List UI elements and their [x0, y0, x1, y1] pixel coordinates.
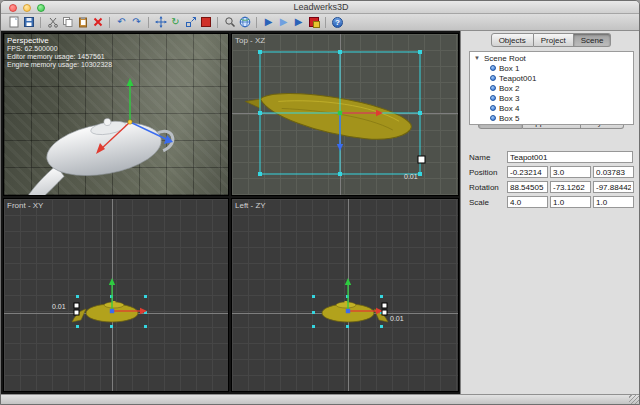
position-x-field[interactable]: [507, 166, 548, 178]
tree-item-box-5[interactable]: Box 5: [470, 113, 633, 123]
rotation-x-field[interactable]: [507, 181, 548, 193]
scale-y-field[interactable]: [550, 196, 591, 208]
top-canvas: 0.01: [232, 34, 459, 196]
debug-run-icon: ▶: [280, 17, 288, 27]
collision-button[interactable]: [198, 15, 213, 30]
translate-button[interactable]: [153, 15, 168, 30]
tree-item-box-1[interactable]: Box 1: [470, 63, 633, 73]
rotation-y-field[interactable]: [550, 181, 591, 193]
scene-tree: ▼ Scene Root Box 1 Teapot001 Box 2 Box 3: [469, 51, 634, 125]
scale-z-field[interactable]: [593, 196, 634, 208]
delete-button[interactable]: [90, 15, 105, 30]
tree-item-label: Box 3: [499, 94, 519, 103]
entity-icon: [490, 95, 496, 101]
resize-grip[interactable]: [629, 394, 640, 405]
toolbar-separator: [109, 17, 110, 28]
status-bar: [1, 394, 640, 405]
viewport-area: Perspective FPS: 62.500000 Editor memory…: [1, 31, 460, 394]
tab-objects[interactable]: Objects: [491, 33, 534, 47]
fps-stat: FPS: 62.500000: [7, 45, 58, 52]
material-swatch: [309, 17, 319, 27]
zoom-tool-button[interactable]: [222, 15, 237, 30]
tab-scene[interactable]: Scene: [574, 33, 612, 47]
scale-handle-box[interactable]: [418, 156, 425, 163]
scale-handle-box[interactable]: [74, 310, 79, 315]
color-swatch: [201, 17, 211, 27]
viewport-perspective[interactable]: Perspective FPS: 62.500000 Editor memory…: [3, 33, 229, 196]
toolbar: ↶ ↷ ↻ ▶ ▶ ▶ ?: [1, 14, 640, 31]
tree-item-box-4[interactable]: Box 4: [470, 103, 633, 113]
app-window: Leadwerks3D ↶ ↷ ↻ ▶ ▶ ▶ ? Perspective F: [0, 0, 640, 405]
front-canvas: 0.01: [4, 199, 229, 392]
viewport-label: Top - XZ: [235, 36, 265, 45]
rotation-z-field[interactable]: [593, 181, 634, 193]
toolbar-separator: [217, 17, 218, 28]
tree-item-label: Box 4: [499, 104, 519, 113]
position-z-field[interactable]: [593, 166, 634, 178]
viewport-label: Left - ZY: [235, 201, 266, 210]
entity-icon: [490, 115, 496, 121]
tree-item-label: Teapot001: [499, 74, 536, 83]
entity-icon: [490, 85, 496, 91]
engine-memory-stat: Engine memory usage: 10302328: [7, 61, 112, 68]
viewport-label: Perspective: [7, 36, 49, 45]
step-button[interactable]: ▶: [291, 15, 306, 30]
cut-button[interactable]: [45, 15, 60, 30]
position-y-field[interactable]: [550, 166, 591, 178]
redo-button[interactable]: ↷: [129, 15, 144, 30]
material-button[interactable]: [306, 15, 321, 30]
scale-button[interactable]: [183, 15, 198, 30]
rotation-label: Rotation: [469, 183, 507, 192]
globe-button[interactable]: [237, 15, 252, 30]
titlebar: Leadwerks3D: [1, 1, 640, 14]
help-button[interactable]: ?: [330, 15, 345, 30]
save-button[interactable]: [21, 15, 36, 30]
tree-item-label: Box 2: [499, 84, 519, 93]
measure-label: 0.01: [404, 173, 418, 180]
undo-button[interactable]: ↶: [114, 15, 129, 30]
scale-handle-box[interactable]: [382, 303, 387, 308]
panel-tabs: Objects Project Scene: [461, 33, 640, 47]
tree-item-box-3[interactable]: Box 3: [470, 93, 633, 103]
debug-run-button[interactable]: ▶: [276, 15, 291, 30]
left-canvas: 0.01: [232, 199, 459, 392]
tree-item-teapot001[interactable]: Teapot001: [470, 73, 633, 83]
name-label: Name: [469, 153, 507, 162]
undo-icon: ↶: [117, 17, 125, 27]
viewport-label: Front - XY: [7, 201, 43, 210]
entity-icon: [490, 65, 496, 71]
new-button[interactable]: [6, 15, 21, 30]
scale-label: Scale: [469, 198, 507, 207]
tree-item-label: Scene Root: [484, 54, 526, 63]
viewport-left-zy[interactable]: Left - ZY: [231, 198, 459, 392]
window-title: Leadwerks3D: [1, 1, 640, 14]
rotation-row: Rotation: [469, 181, 634, 193]
tab-project[interactable]: Project: [534, 33, 574, 47]
measure-label: 0.01: [390, 315, 404, 322]
scale-handle-box[interactable]: [382, 310, 387, 315]
position-label: Position: [469, 168, 507, 177]
toolbar-separator: [256, 17, 257, 28]
teapot-model[interactable]: [4, 108, 181, 196]
toolbar-separator: [148, 17, 149, 28]
run-button[interactable]: ▶: [261, 15, 276, 30]
editor-memory-stat: Editor memory usage: 1457561: [7, 53, 105, 60]
viewport-front-xy[interactable]: Front - XY: [3, 198, 229, 392]
toolbar-separator: [40, 17, 41, 28]
rotate-button[interactable]: ↻: [168, 15, 183, 30]
tree-item-scene-root[interactable]: ▼ Scene Root: [470, 53, 633, 63]
copy-button[interactable]: [60, 15, 75, 30]
paste-button[interactable]: [75, 15, 90, 30]
name-field[interactable]: [507, 151, 633, 163]
scale-handle-box[interactable]: [74, 303, 79, 308]
position-row: Position: [469, 166, 634, 178]
help-icon: ?: [332, 17, 343, 28]
measure-label: 0.01: [52, 303, 66, 310]
tree-item-box-2[interactable]: Box 2: [470, 83, 633, 93]
tree-item-label: Box 5: [499, 114, 519, 123]
expander-icon[interactable]: ▼: [474, 55, 481, 61]
toolbar-separator: [325, 17, 326, 28]
scale-x-field[interactable]: [507, 196, 548, 208]
tree-item-label: Box 1: [499, 64, 519, 73]
viewport-top-xz[interactable]: Top - XZ: [231, 33, 459, 196]
